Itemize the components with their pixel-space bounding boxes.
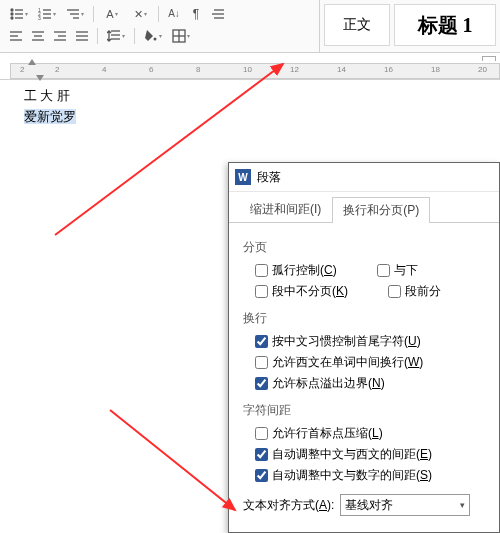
text-line: 工 大 肝 [24, 86, 500, 107]
text-line-selected: 爱新觉罗 [24, 107, 500, 128]
first-line-indent-marker[interactable] [28, 59, 36, 65]
bullets-button[interactable] [6, 4, 32, 24]
tab-indent-spacing[interactable]: 缩进和间距(I) [239, 196, 332, 222]
dialog-titlebar[interactable]: W 段落 [229, 163, 499, 192]
checkbox-keep-lines-together[interactable]: 段中不分页(K) [255, 283, 348, 300]
checkbox-latin-wrap[interactable]: 允许西文在单词中间换行(W) [255, 354, 423, 371]
text-direction-button[interactable]: A [99, 4, 125, 24]
style-gallery: 正文 标题 1 [320, 0, 500, 52]
borders-button[interactable] [168, 26, 194, 46]
shading-button[interactable] [140, 26, 166, 46]
checkbox-page-break-before[interactable]: 段前分 [388, 283, 441, 300]
svg-point-33 [154, 38, 157, 41]
checkbox-keep-with-next[interactable]: 与下 [377, 262, 418, 279]
svg-point-4 [11, 17, 13, 19]
indent-decrease-button[interactable] [208, 4, 228, 24]
ribbon-paragraph-group: 123 A ✕ A↓ ¶ [0, 0, 320, 52]
asian-layout-button[interactable]: ✕ [127, 4, 153, 24]
dialog-panel: 分页 孤行控制(C) 与下 段中不分页(K) 段前分 换行 按中文习惯控制首尾字… [229, 223, 499, 526]
show-marks-button[interactable]: ¶ [186, 4, 206, 24]
multilevel-list-button[interactable] [62, 4, 88, 24]
align-left-button[interactable] [6, 26, 26, 46]
section-spacing-header: 字符间距 [243, 402, 485, 419]
line-spacing-button[interactable] [103, 26, 129, 46]
checkbox-hanging-punct[interactable]: 允许标点溢出边界(N) [255, 375, 385, 392]
dialog-tabs: 缩进和间距(I) 换行和分页(P) [229, 192, 499, 223]
checkbox-cjk-wrap[interactable]: 按中文习惯控制首尾字符(U) [255, 333, 421, 350]
svg-point-2 [11, 13, 13, 15]
style-heading1[interactable]: 标题 1 [394, 4, 496, 46]
checkbox-compress-punct[interactable]: 允许行首标点压缩(L) [255, 425, 383, 442]
ruler[interactable]: 2 2 4 6 8 10 12 14 16 18 20 [0, 61, 500, 80]
word-app-icon: W [235, 169, 251, 185]
align-right-button[interactable] [50, 26, 70, 46]
numbering-button[interactable]: 123 [34, 4, 60, 24]
document-body[interactable]: 工 大 肝 爱新觉罗 [0, 80, 500, 128]
section-wrap-header: 换行 [243, 310, 485, 327]
align-justify-button[interactable] [72, 26, 92, 46]
checkbox-cjk-latin-spacing[interactable]: 自动调整中文与西文的间距(E) [255, 446, 432, 463]
svg-line-38 [110, 410, 235, 510]
svg-point-0 [11, 9, 13, 11]
svg-text:3: 3 [38, 15, 41, 21]
section-pagination-header: 分页 [243, 239, 485, 256]
style-normal[interactable]: 正文 [324, 4, 390, 46]
text-alignment-combo[interactable]: 基线对齐 [340, 494, 470, 516]
dialog-title: 段落 [257, 169, 281, 186]
hanging-indent-marker[interactable] [36, 75, 44, 81]
tab-line-page-breaks[interactable]: 换行和分页(P) [332, 197, 430, 223]
sort-button[interactable]: A↓ [164, 4, 184, 24]
paragraph-dialog: W 段落 缩进和间距(I) 换行和分页(P) 分页 孤行控制(C) 与下 段中不… [228, 162, 500, 533]
ribbon: 123 A ✕ A↓ ¶ 正文 标题 1 [0, 0, 500, 53]
align-center-button[interactable] [28, 26, 48, 46]
text-alignment-label: 文本对齐方式(A): [243, 497, 334, 514]
checkbox-cjk-digit-spacing[interactable]: 自动调整中文与数字的间距(S) [255, 467, 432, 484]
checkbox-widow-control[interactable]: 孤行控制(C) [255, 262, 337, 279]
